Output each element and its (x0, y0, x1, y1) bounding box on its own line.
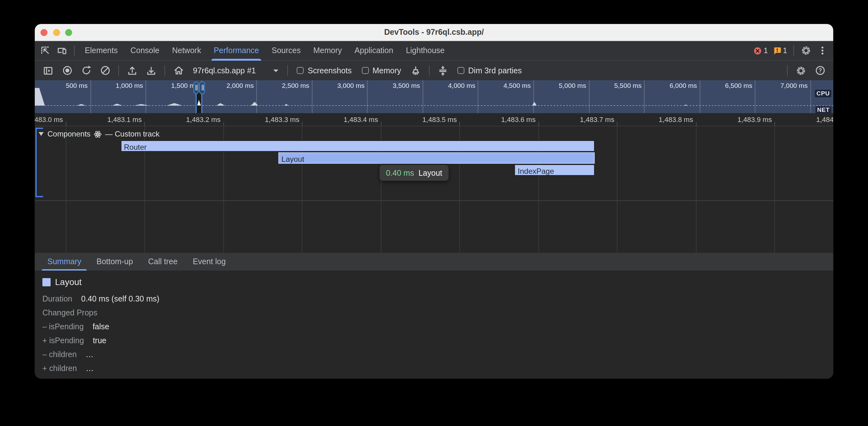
more-options-button[interactable] (814, 43, 831, 58)
tab-elements[interactable]: Elements (79, 41, 124, 60)
detail-tick-label: 1,483.1 ms (66, 115, 142, 124)
help-icon: ? (814, 65, 825, 76)
tab-console[interactable]: Console (124, 41, 166, 60)
tab-call-tree[interactable]: Call tree (141, 253, 185, 270)
minimize-button[interactable] (53, 29, 60, 36)
history-dropdown[interactable]: 97r6ql.csb.app #1 (188, 66, 284, 75)
checkbox-icon (297, 67, 304, 74)
summary-row-label: Duration (42, 295, 72, 303)
console-error-badge[interactable]: 1 (753, 46, 768, 55)
overview-gridline (810, 80, 811, 113)
flame-bar-layout[interactable]: Layout (279, 153, 594, 163)
tab-sources[interactable]: Sources (266, 41, 307, 60)
gear-icon (801, 45, 811, 56)
upload-icon (127, 65, 137, 75)
performance-toolbar: 97r6ql.csb.app #1 Screenshots Memory (35, 61, 833, 80)
summary-row: + children… (42, 362, 833, 375)
flame-bar-label: Layout (279, 155, 304, 163)
summary-row-label: + isPending (42, 336, 84, 345)
close-button[interactable] (40, 29, 48, 36)
summary-row-value: 0.40 ms (self 0.30 ms) (81, 295, 159, 303)
window-title: DevTools - 97r6ql.csb.app/ (384, 28, 484, 37)
dim-3rd-parties-checkbox[interactable]: Dim 3rd parties (457, 66, 522, 75)
summary-row-label: – children (42, 350, 76, 359)
flame-gridline (617, 126, 617, 253)
garbage-collect-button[interactable] (408, 63, 423, 78)
tab-bottom-up[interactable]: Bottom-up (89, 253, 141, 270)
overview-tick-label: 5,000 ms (530, 81, 586, 89)
tab-memory[interactable]: Memory (307, 41, 348, 60)
overview-tick-label: 1,000 ms (87, 81, 143, 89)
screenshots-checkbox[interactable]: Screenshots (297, 66, 352, 75)
zoom-button[interactable] (65, 29, 72, 36)
detail-tick-label: 1,483.6 ms (460, 115, 535, 124)
block-icon (100, 65, 111, 76)
console-warning-badge[interactable]: 1 (773, 46, 787, 55)
tab-lighthouse[interactable]: Lighthouse (400, 41, 451, 60)
track-name: Components (48, 130, 90, 138)
divider (787, 65, 788, 76)
summary-title-row: Layout (42, 277, 833, 287)
download-icon (146, 65, 156, 75)
selection-left-line (195, 92, 197, 113)
selection-left-handle[interactable] (193, 81, 199, 94)
detail-tick-label: 1,483.8 ms (617, 115, 693, 124)
download-profile-button[interactable] (144, 63, 159, 78)
flame-gridline (774, 126, 775, 253)
net-lane-label: NET (815, 106, 831, 113)
three-dot-menu-icon (817, 45, 828, 56)
devtools-window: DevTools - 97r6ql.csb.app/ Elements Cons… (35, 24, 833, 379)
detail-time-ruler[interactable]: 1,483.0 ms1,483.1 ms1,483.2 ms1,483.3 ms… (35, 113, 833, 126)
detail-tick-label: 1,483.9 ms (696, 115, 772, 124)
settings-button[interactable] (798, 43, 814, 58)
track-expander-icon[interactable] (39, 132, 44, 136)
timeline-overview[interactable]: 500 ms1,000 ms1,500 ms2,000 ms2,500 ms3,… (35, 80, 833, 113)
tab-network[interactable]: Network (166, 41, 208, 60)
flame-chart-area[interactable]: Components — Custom track RouterLayoutIn… (35, 126, 833, 253)
flame-bar-router[interactable]: Router (121, 141, 594, 151)
brush-icon (411, 65, 421, 75)
warning-count: 1 (783, 47, 787, 54)
inspect-icon (40, 45, 51, 56)
checkbox-icon (457, 67, 464, 74)
flame-tooltip: 0.40 ms Layout (380, 165, 448, 181)
divider (164, 65, 165, 76)
detail-tick-label: 1,483.5 ms (381, 115, 457, 124)
dim-3rd-parties-label: Dim 3rd parties (468, 66, 522, 75)
selection-right-handle[interactable] (199, 81, 205, 94)
inspect-element-button[interactable] (37, 43, 54, 58)
event-color-swatch (42, 278, 51, 286)
flame-bar-indexpage[interactable]: IndexPage (515, 165, 594, 175)
summary-row-label: – isPending (42, 322, 84, 331)
toggle-sidebar-button[interactable] (40, 63, 56, 78)
track-header[interactable]: Components — Custom track (39, 130, 159, 138)
clear-button[interactable] (97, 63, 113, 78)
overview-tick-label: 5,500 ms (585, 81, 642, 89)
detail-tick-label: 1,483.2 ms (145, 115, 220, 124)
desktop-background: DevTools - 97r6ql.csb.app/ Elements Cons… (0, 0, 868, 426)
record-and-reload-button[interactable] (79, 63, 94, 78)
error-count: 1 (764, 47, 768, 54)
memory-checkbox[interactable]: Memory (362, 66, 401, 75)
collapse-sections-button[interactable] (435, 63, 451, 78)
tab-performance[interactable]: Performance (208, 41, 266, 60)
divider (118, 65, 119, 76)
summary-panel: Layout Duration0.40 ms (self 0.30 ms)Cha… (35, 270, 833, 361)
tab-application[interactable]: Application (348, 41, 400, 60)
summary-row-value: … (85, 350, 93, 359)
divider (793, 45, 794, 56)
capture-settings-button[interactable] (793, 63, 809, 78)
tab-summary[interactable]: Summary (40, 253, 89, 270)
divider (429, 65, 430, 76)
upload-profile-button[interactable] (125, 63, 140, 78)
summary-row: + isPendingtrue (42, 334, 833, 348)
record-button[interactable] (59, 63, 75, 78)
device-toolbar-button[interactable] (54, 43, 70, 58)
chevron-down-icon (274, 69, 279, 72)
live-metrics-button[interactable] (171, 63, 186, 78)
help-button[interactable]: ? (812, 63, 828, 78)
device-toolbar-icon (56, 45, 68, 56)
summary-row: – isPendingfalse (42, 320, 833, 334)
summary-row-label: Changed Props (42, 308, 97, 317)
tab-event-log[interactable]: Event log (185, 253, 233, 270)
